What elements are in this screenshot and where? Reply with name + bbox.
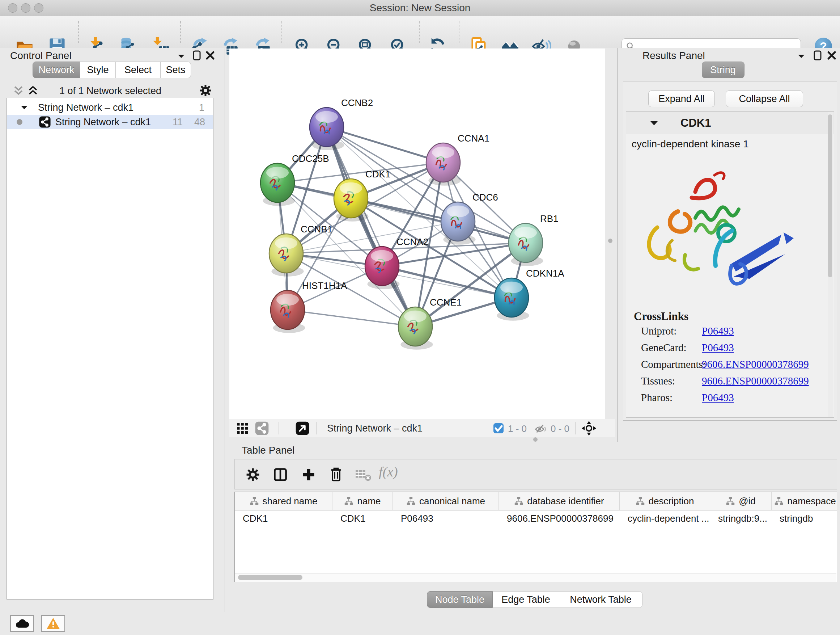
table-cell[interactable]: CDK1 xyxy=(332,510,393,526)
column-header-canonicalname[interactable]: canonical name xyxy=(393,492,499,510)
crosslink-link[interactable]: 9606.ENSP00000378699 xyxy=(702,375,809,387)
table-header-row: shared namenamecanonical namedatabase id… xyxy=(235,492,837,510)
network-edge-count: 48 xyxy=(194,117,205,128)
network-node-count: 11 xyxy=(172,117,183,128)
panel-menu-icon[interactable] xyxy=(797,51,806,61)
tab-sets[interactable]: Sets xyxy=(161,62,191,78)
table-panel-title: Table Panel xyxy=(242,445,294,456)
crosslink-link[interactable]: P06493 xyxy=(702,342,734,354)
network-canvas[interactable]: CCNB2 CCNA1 CDC25B CDK1 CDC6 xyxy=(229,49,605,419)
float-panel-icon[interactable] xyxy=(192,50,202,61)
add-column-icon[interactable] xyxy=(301,467,317,483)
selected-count: 1 - 0 xyxy=(508,423,527,434)
table-toolbar: f(x) xyxy=(234,459,837,489)
column-header-name[interactable]: name xyxy=(332,492,393,510)
node-ccna1[interactable]: CCNA1 xyxy=(426,133,489,186)
sitemap-icon xyxy=(249,496,259,506)
divider xyxy=(316,422,317,434)
vertical-splitter[interactable] xyxy=(605,49,617,419)
function-builder-icon: f(x) xyxy=(379,464,398,480)
toolbar-separator xyxy=(180,21,181,43)
table-hscrollbar[interactable] xyxy=(235,573,836,582)
toolbar-separator xyxy=(78,21,79,43)
crosslink-link[interactable]: P06493 xyxy=(702,392,734,404)
edge-hist1h1a-ccne1[interactable] xyxy=(287,310,415,326)
tab-style[interactable]: Style xyxy=(80,62,116,78)
results-panel-title: Results Panel xyxy=(643,50,705,62)
toolbar-separator xyxy=(459,21,459,43)
table-cell[interactable]: cyclin-dependent ... xyxy=(620,510,710,526)
tab-select[interactable]: Select xyxy=(116,62,161,78)
cloud-icon xyxy=(15,618,29,629)
column-header-description[interactable]: description xyxy=(620,492,710,510)
warning-button[interactable] xyxy=(41,615,65,632)
float-panel-icon[interactable] xyxy=(813,50,823,61)
node-ccne1[interactable]: CCNE1 xyxy=(398,297,462,350)
splitter-grip[interactable] xyxy=(533,437,538,442)
table-options-gear-icon[interactable] xyxy=(245,467,261,483)
column-header-namespace[interactable]: namespace xyxy=(772,492,837,510)
table-row[interactable]: CDK1CDK1P064939606.ENSP00000378699cyclin… xyxy=(235,510,837,526)
table-cell[interactable]: 9606.ENSP00000378699 xyxy=(499,510,620,526)
table-cell[interactable]: stringdb xyxy=(772,510,837,526)
crosslinks-heading: CrossLinks xyxy=(634,310,688,323)
divider xyxy=(529,422,529,434)
hidden-eye-icon[interactable] xyxy=(534,422,547,435)
selected-checkbox-icon[interactable] xyxy=(493,423,504,434)
crosslink-link[interactable]: P06493 xyxy=(702,325,734,337)
fit-content-crosshair-icon[interactable] xyxy=(581,420,597,436)
crosslink-row: Compartments:9606.ENSP00000378699 xyxy=(641,358,829,371)
table-cell[interactable]: stringdb:9... xyxy=(710,510,772,526)
edge-ccnb2-ccne1[interactable] xyxy=(327,127,415,326)
table-cell[interactable]: P06493 xyxy=(393,510,499,526)
node-cdc25b[interactable]: CDC25B xyxy=(261,153,329,206)
close-panel-icon[interactable] xyxy=(826,50,837,61)
crosslink-row: Tissues:9606.ENSP00000378699 xyxy=(641,375,829,387)
tab-edge-table[interactable]: Edge Table xyxy=(493,591,559,608)
crosslink-link[interactable]: 9606.ENSP00000378699 xyxy=(702,358,809,371)
birds-eye-view-icon[interactable] xyxy=(295,421,309,435)
results-scrollbar-thumb[interactable] xyxy=(828,114,832,277)
node-hist1h1a[interactable]: HIST1H1A xyxy=(271,280,347,333)
control-panel-title: Control Panel xyxy=(10,50,72,62)
column-header-databaseidentifier[interactable]: database identifier xyxy=(499,492,620,510)
gene-header[interactable]: CDK1 xyxy=(626,112,834,134)
close-panel-icon[interactable] xyxy=(205,50,216,61)
network-collection-row[interactable]: String Network – cdk1 1 xyxy=(7,100,213,115)
node-ccnb2[interactable]: CCNB2 xyxy=(309,97,373,150)
node-label-ccna2: CCNA2 xyxy=(396,236,428,247)
collection-expand-icon[interactable] xyxy=(20,103,28,112)
warning-icon xyxy=(46,617,60,630)
delete-column-icon[interactable] xyxy=(328,466,344,483)
node-rb1[interactable]: RB1 xyxy=(508,213,559,266)
toolbar-separator xyxy=(281,21,282,43)
node-ccnb1[interactable]: CCNB1 xyxy=(269,224,332,277)
string-badge-icon[interactable] xyxy=(255,421,269,435)
sitemap-icon xyxy=(344,496,354,506)
sitemap-icon xyxy=(514,496,523,506)
network-options-gear-icon[interactable] xyxy=(198,83,213,98)
splitter-grip[interactable] xyxy=(608,239,613,243)
tab-node-table[interactable]: Node Table xyxy=(427,591,493,608)
tab-string[interactable]: String xyxy=(702,62,745,78)
gene-expand-icon[interactable] xyxy=(649,119,659,128)
expand-all-button[interactable]: Expand All xyxy=(648,90,715,107)
show-columns-icon[interactable] xyxy=(272,467,288,483)
table-cell[interactable]: CDK1 xyxy=(235,510,332,526)
crosslink-label: Uniprot: xyxy=(641,325,676,337)
tab-network[interactable]: Network xyxy=(33,62,80,78)
cloud-button[interactable] xyxy=(10,615,34,632)
network-row[interactable]: String Network – cdk1 11 48 xyxy=(7,115,213,129)
expand-all-icon[interactable] xyxy=(27,86,38,96)
grid-view-icon[interactable] xyxy=(236,422,249,435)
column-header-sharedname[interactable]: shared name xyxy=(235,492,332,510)
column-header-id[interactable]: @id xyxy=(710,492,772,510)
node-cdkn1a[interactable]: CDKN1A xyxy=(494,268,564,321)
tab-network-table[interactable]: Network Table xyxy=(559,591,643,608)
collapse-all-button[interactable]: Collapse All xyxy=(726,90,803,107)
node-cdc6[interactable]: CDC6 xyxy=(441,192,498,245)
collapse-all-icon[interactable] xyxy=(13,86,24,96)
panel-menu-icon[interactable] xyxy=(177,51,186,61)
table-hscrollbar-thumb[interactable] xyxy=(238,575,302,580)
node-label-ccnb2: CCNB2 xyxy=(341,97,373,108)
